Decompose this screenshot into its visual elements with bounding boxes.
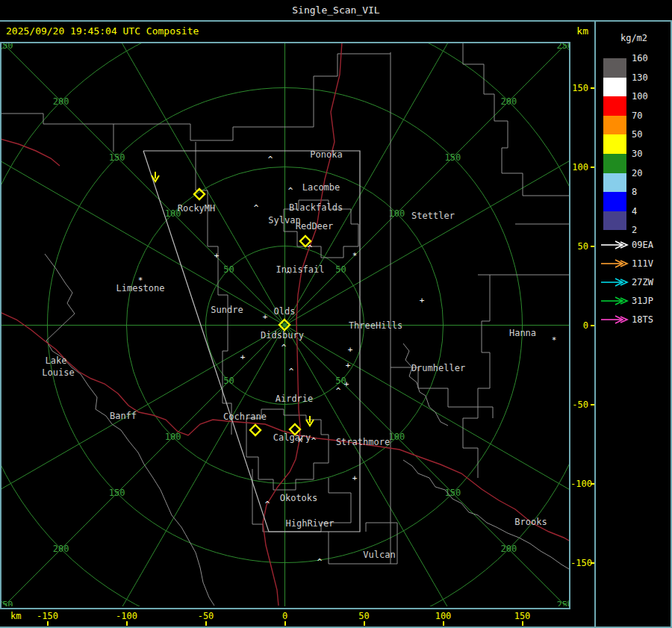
bottom-axis-tick-label: -150 bbox=[30, 611, 66, 621]
right-axis-tick-label: 100 bbox=[570, 162, 588, 172]
town-marker: ^ bbox=[317, 557, 323, 567]
right-distance-axis: 150100500-50-100-150 bbox=[570, 42, 596, 608]
town-marker: ^ bbox=[289, 367, 294, 376]
city-label-brooks: Brooks bbox=[514, 517, 547, 527]
radar-map[interactable]: 5010015020025050100150200250501001502002… bbox=[1, 43, 569, 606]
colorbar-value-label: 160 bbox=[632, 53, 665, 63]
right-axis-tick-label: -100 bbox=[570, 479, 588, 489]
bottom-axis-tick-label: 150 bbox=[505, 611, 541, 621]
town-marker: ^ bbox=[281, 343, 287, 352]
bottom-axis-tick-label: -50 bbox=[188, 611, 224, 621]
bottom-axis-unit-label: km bbox=[10, 611, 21, 621]
track-arrow-09EA bbox=[600, 240, 630, 249]
track-arrow-icon bbox=[600, 278, 630, 287]
radial-210deg bbox=[1, 128, 285, 326]
county-boundary bbox=[463, 43, 569, 196]
ring-label: 100 bbox=[165, 432, 181, 442]
city-label-banff: Banff bbox=[110, 411, 137, 421]
city-label-limestone: Limestone bbox=[116, 283, 164, 293]
highway bbox=[1, 139, 60, 166]
colorbar-swatch-130 bbox=[603, 78, 626, 97]
ring-label: 150 bbox=[445, 152, 461, 163]
bottom-axis-tick-label: 50 bbox=[346, 611, 382, 621]
city-label-vulcan: Vulcan bbox=[363, 550, 395, 560]
track-arrow-31JP bbox=[600, 296, 630, 305]
radial-120deg bbox=[87, 326, 285, 607]
colorbar-value-label: 2 bbox=[632, 225, 665, 235]
colorbar-value-label: 70 bbox=[632, 111, 665, 121]
city-label-ponoka: Ponoka bbox=[310, 149, 342, 160]
track-id-label: 18TS bbox=[632, 314, 669, 325]
scan-timestamp: 2025/09/20 19:45:04 UTC Composite bbox=[6, 25, 199, 37]
town-marker: * bbox=[552, 335, 557, 345]
radar-map-viewport[interactable]: 5010015020025050100150200250501001502002… bbox=[1, 43, 569, 606]
ring-label: 250 bbox=[1, 43, 13, 51]
town-marker: + bbox=[214, 251, 220, 261]
town-marker: ^ bbox=[288, 186, 293, 196]
colorbar-swatch-100 bbox=[603, 96, 626, 116]
right-axis-tick-label: 0 bbox=[570, 320, 588, 331]
ring-label: 200 bbox=[53, 96, 69, 107]
county-boundary bbox=[1, 114, 113, 152]
town-marker: + bbox=[346, 361, 351, 370]
town-marker: ^ bbox=[336, 386, 341, 396]
bottom-distance-axis: km -150-100-50050100150 bbox=[0, 609, 594, 627]
ring-label: 150 bbox=[445, 488, 461, 498]
right-axis-tick-label: 150 bbox=[570, 83, 588, 93]
track-arrow-icon bbox=[600, 315, 630, 324]
county-boundary bbox=[391, 367, 493, 418]
colorbar-value-label: 30 bbox=[632, 149, 665, 159]
ring-label: 250 bbox=[556, 43, 569, 51]
city-label-lacombe: Lacombe bbox=[302, 182, 340, 193]
bottom-axis-tick-label: 0 bbox=[267, 611, 303, 621]
city-label-cochrane: Cochrane bbox=[223, 411, 267, 422]
radial-30deg bbox=[285, 326, 570, 523]
window-titlebar[interactable]: Single_Scan_VIL bbox=[0, 0, 672, 20]
city-label-lake: Lake bbox=[46, 355, 67, 366]
colorbar-value-label: 20 bbox=[632, 168, 665, 178]
header-row: 2025/09/20 19:45:04 UTC Composite km bbox=[0, 22, 594, 42]
town-marker: ^ bbox=[254, 203, 259, 213]
colorbar-value-label: 130 bbox=[632, 72, 665, 83]
colorbar-swatch-70 bbox=[603, 116, 626, 135]
track-id-label: 111V bbox=[632, 258, 669, 269]
right-axis-tick-label: -150 bbox=[570, 558, 588, 568]
city-label-sundre: Sundre bbox=[211, 305, 243, 315]
city-label-hanna: Hanna bbox=[509, 328, 536, 338]
right-axis-tick-label: 50 bbox=[570, 241, 588, 252]
colorbar-swatch-30 bbox=[603, 154, 626, 173]
city-label-highriver: HighRiver bbox=[285, 518, 334, 529]
town-marker: + bbox=[344, 379, 349, 389]
city-label-threehills: ThreeHills bbox=[349, 320, 402, 331]
town-marker: + bbox=[263, 312, 268, 322]
colorbar-value-label: 50 bbox=[632, 129, 665, 140]
county-boundary bbox=[463, 275, 490, 478]
town-marker: + bbox=[240, 352, 246, 362]
track-id-label: 27ZW bbox=[632, 277, 669, 287]
ring-label: 150 bbox=[109, 152, 125, 163]
ring-label: 200 bbox=[53, 544, 69, 554]
bottom-axis-tick bbox=[443, 621, 444, 626]
bottom-axis-tick bbox=[205, 621, 207, 626]
bottom-axis-tick bbox=[47, 621, 49, 626]
city-label-innisfail: Innisfail bbox=[276, 264, 324, 275]
right-axis-tick-label: -50 bbox=[570, 400, 588, 410]
window-title: Single_Scan_VIL bbox=[292, 4, 379, 16]
town-marker: + bbox=[352, 473, 358, 483]
track-id-label: 09EA bbox=[632, 240, 669, 250]
colorbar-unit-label: kg/m2 bbox=[609, 33, 659, 43]
city-label-airdrie: Airdrie bbox=[276, 394, 314, 404]
ring-label: 100 bbox=[389, 432, 405, 442]
colorbar-swatch-4 bbox=[603, 211, 626, 231]
town-marker: ^ bbox=[265, 500, 270, 509]
ring-label: 150 bbox=[109, 488, 125, 498]
ring-label: 100 bbox=[389, 208, 405, 219]
county-boundary bbox=[45, 254, 214, 606]
colorbar-value-label: 100 bbox=[632, 91, 665, 102]
colorbar-swatch-20 bbox=[603, 173, 626, 193]
city-label-louise: Louise bbox=[42, 367, 74, 378]
bottom-axis-tick bbox=[364, 621, 365, 626]
track-arrow-icon bbox=[600, 296, 630, 305]
town-marker: ^ bbox=[268, 155, 273, 164]
city-label-calgary: Calgary bbox=[273, 432, 311, 443]
